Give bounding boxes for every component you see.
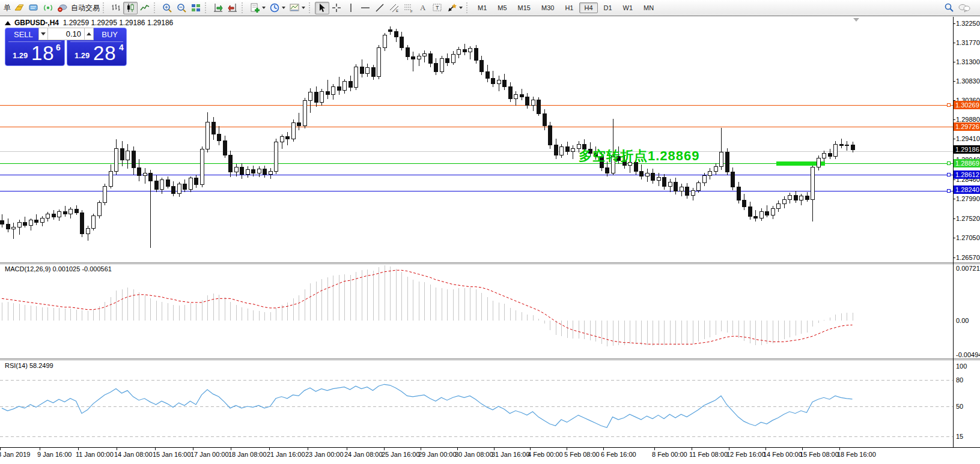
candle-body [218,134,221,141]
timeframe-M15[interactable]: M15 [513,2,535,13]
candle-body [23,223,27,226]
autotrade-icon[interactable] [55,2,70,14]
timeframe-D1[interactable]: D1 [599,2,617,13]
gold-ingot-icon[interactable] [12,2,26,14]
cursor-icon[interactable] [315,2,329,14]
volume-decrease-button[interactable] [38,28,48,40]
dropdown-caret[interactable] [459,7,463,9]
candle-body [263,169,267,175]
crosshair-icon[interactable] [329,2,344,14]
trendline-icon[interactable] [373,2,387,14]
candle-body [320,91,324,102]
candle-body [805,196,809,199]
candle-body [657,177,660,180]
timeframe-MN[interactable]: MN [639,2,659,13]
candle-body [383,35,386,48]
line-anchor-marker [947,104,950,107]
candle-body [423,53,427,56]
zoom-out-icon[interactable] [174,2,189,14]
timeframe-M1[interactable]: M1 [473,2,492,13]
up-arrow-icon [87,32,91,35]
candle-body [46,214,50,218]
vertical-line-icon[interactable] [344,2,358,14]
candle-body [811,167,815,200]
line-chart-icon[interactable] [138,2,152,14]
candle-body [154,181,158,190]
candle-body [686,187,689,196]
dropdown-caret[interactable] [302,7,305,9]
arrows-icon[interactable] [445,2,464,14]
candlestick-chart-icon[interactable] [123,2,138,14]
candle-body [286,137,290,139]
messages-icon[interactable] [26,2,41,14]
candle-body [526,97,529,106]
tile-windows-icon[interactable] [189,2,203,14]
candle-body [800,196,803,200]
candle-body [594,153,598,156]
horizontal-line-icon[interactable] [358,2,373,14]
svg-text:E: E [396,9,398,13]
candle-body [600,157,603,168]
candle-body [240,167,244,175]
volume-input[interactable] [48,28,84,40]
bar-chart-icon[interactable] [109,2,123,14]
candle-body [212,122,215,134]
comments-icon[interactable] [956,2,973,14]
timeframe-M30[interactable]: M30 [537,2,559,13]
candle-body [428,53,432,63]
candle-body [126,151,130,160]
volume-increase-button[interactable] [84,28,94,40]
text-label-icon[interactable]: T [430,2,445,14]
line-anchor-marker [947,190,950,193]
candle-body [160,179,164,189]
svg-text:A: A [420,3,426,12]
chart-plot[interactable] [0,0,980,464]
candle-body [69,209,73,214]
signal-icon[interactable] [41,2,55,14]
candle-body [480,60,484,71]
candle-body [765,212,769,215]
candle-body [35,220,38,222]
collapse-panel-icon[interactable] [5,21,11,25]
candle-body [554,145,558,155]
text-icon[interactable]: A [416,2,430,14]
candle-body [355,67,358,87]
candle-body [485,71,489,78]
candle-body [280,137,284,142]
fibonacci-icon[interactable]: F [401,2,416,14]
svg-text:F: F [410,10,413,13]
candle-body [332,86,335,95]
macd-signal-line [2,270,853,344]
autotrade-label[interactable]: 自动交易 [70,3,101,13]
candle-body [668,182,672,186]
candle-body [851,145,854,150]
candle-body [457,49,461,54]
candle-body [731,172,735,187]
new-order-label[interactable]: 单 [2,3,12,13]
add-indicator-icon[interactable] [248,2,267,14]
candle-body [759,212,763,218]
toolbar: 单 自动交易 [0,0,980,16]
candle-body [640,171,644,176]
templates-icon[interactable] [287,2,307,14]
dropdown-caret[interactable] [262,7,266,9]
candle-body [714,166,717,171]
candle-body [406,47,409,56]
candle-body [63,212,67,214]
candle-body [309,92,312,101]
timeframe-H4[interactable]: H4 [579,2,597,13]
candle-body [754,217,758,218]
timeframe-H1[interactable]: H1 [560,2,578,13]
periods-icon[interactable] [267,2,287,14]
candle-body [743,200,746,207]
equidistant-channel-icon[interactable]: E [387,2,401,14]
zoom-in-icon[interactable] [160,2,174,14]
auto-scroll-icon[interactable] [211,2,225,14]
candle-body [514,95,518,99]
timeframe-M5[interactable]: M5 [493,2,511,13]
search-icon[interactable] [942,2,956,14]
chart-shift-icon[interactable] [225,2,240,14]
timeframe-W1[interactable]: W1 [618,2,638,13]
dropdown-caret[interactable] [282,7,285,9]
candle-body [103,186,107,202]
